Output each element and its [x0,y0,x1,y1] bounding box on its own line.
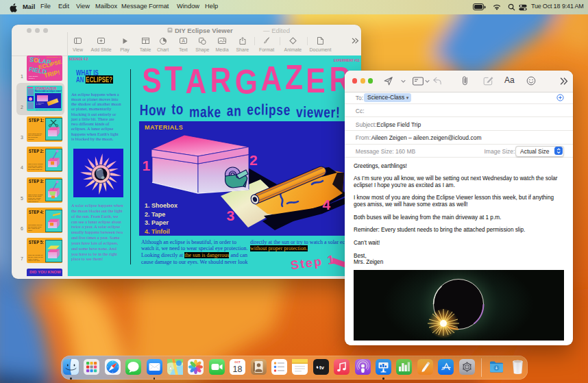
svg-text:18: 18 [233,364,243,373]
svg-text:tv: tv [319,364,325,370]
svg-text:OCT: OCT [234,360,241,364]
svg-text:3: 3 [227,208,235,223]
svg-text:4: 4 [323,197,331,212]
svg-text:2: 2 [249,152,258,168]
svg-text:A: A [182,38,185,43]
svg-text:1: 1 [143,158,151,173]
